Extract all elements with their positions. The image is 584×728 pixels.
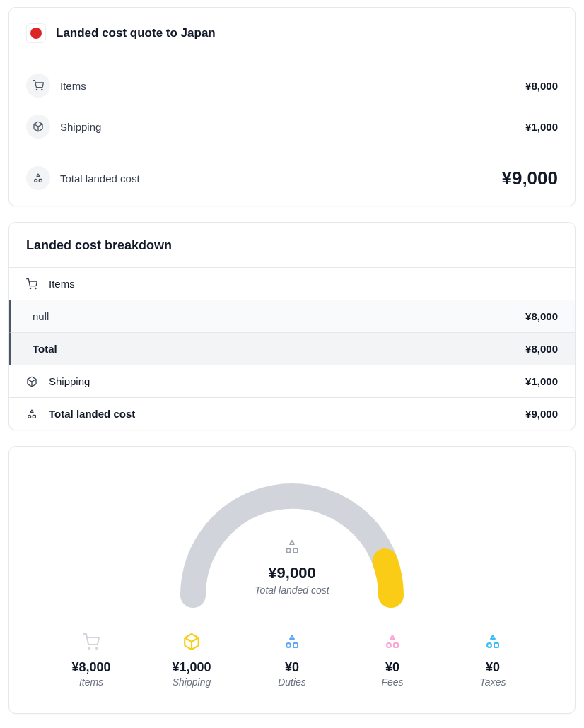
breakdown-title: Landed cost breakdown xyxy=(9,223,575,268)
quote-items-value: ¥8,000 xyxy=(525,80,558,92)
svg-rect-16 xyxy=(293,643,298,647)
box-icon xyxy=(182,632,201,652)
quote-header: Landed cost quote to Japan xyxy=(9,8,575,59)
stat-fees-value: ¥0 xyxy=(385,660,399,675)
stat-items: ¥8,000 Items xyxy=(57,632,125,688)
breakdown-item-value: ¥8,000 xyxy=(525,310,558,322)
svg-point-6 xyxy=(35,288,36,288)
gauge-stats: ¥8,000 Items ¥1,000 Shipping ¥0 Duties xyxy=(26,632,558,688)
svg-point-12 xyxy=(88,647,90,649)
quote-shipping-value: ¥1,000 xyxy=(525,121,558,133)
svg-point-1 xyxy=(42,89,42,90)
gauge-card: ¥9,000 Total landed cost ¥8,000 Items ¥1… xyxy=(8,446,576,714)
quote-total-label: Total landed cost xyxy=(60,172,501,184)
gauge-label: Total landed cost xyxy=(255,585,329,596)
shapes-icon xyxy=(484,632,501,652)
svg-rect-4 xyxy=(39,179,42,182)
japan-flag-icon xyxy=(26,23,46,43)
quote-items-label: Items xyxy=(60,80,525,92)
quote-title: Landed cost quote to Japan xyxy=(56,26,216,40)
svg-rect-11 xyxy=(293,548,298,553)
svg-rect-9 xyxy=(33,415,35,418)
stat-taxes-label: Taxes xyxy=(480,676,506,688)
svg-point-0 xyxy=(36,89,37,90)
stat-fees: ¥0 Fees xyxy=(358,632,426,688)
breakdown-total-label: Total landed cost xyxy=(49,408,525,420)
quote-total-value: ¥9,000 xyxy=(501,168,558,189)
breakdown-shipping-label: Shipping xyxy=(49,375,525,387)
svg-point-17 xyxy=(387,643,391,647)
gauge-amount: ¥9,000 xyxy=(268,564,315,582)
svg-point-8 xyxy=(28,415,31,418)
stat-duties: ¥0 Duties xyxy=(258,632,326,688)
cart-icon xyxy=(83,632,100,652)
box-icon xyxy=(26,376,43,387)
shapes-icon xyxy=(284,632,300,652)
stat-taxes: ¥0 Taxes xyxy=(459,632,527,688)
box-icon xyxy=(26,115,50,139)
breakdown-shipping-row: Shipping ¥1,000 xyxy=(9,365,575,398)
quote-summary: Items ¥8,000 Shipping ¥1,000 xyxy=(9,59,575,153)
quote-shipping-row: Shipping ¥1,000 xyxy=(9,106,575,147)
stat-shipping-value: ¥1,000 xyxy=(172,660,211,675)
breakdown-items-total-row: Total ¥8,000 xyxy=(9,333,575,365)
stat-duties-value: ¥0 xyxy=(285,660,299,675)
shapes-icon xyxy=(26,166,50,190)
stat-items-value: ¥8,000 xyxy=(71,660,110,675)
breakdown-card: Landed cost breakdown Items null ¥8,000 … xyxy=(8,222,576,430)
breakdown-total-row: Total landed cost ¥9,000 xyxy=(9,398,575,430)
svg-rect-18 xyxy=(394,643,398,647)
stat-shipping: ¥1,000 Shipping xyxy=(158,632,226,688)
svg-point-19 xyxy=(487,643,491,647)
stat-shipping-label: Shipping xyxy=(173,676,211,688)
quote-card: Landed cost quote to Japan Items ¥8,000 … xyxy=(8,7,576,206)
cart-icon xyxy=(26,278,43,290)
svg-point-3 xyxy=(35,179,37,182)
quote-total-row: Total landed cost ¥9,000 xyxy=(9,153,575,206)
svg-rect-20 xyxy=(494,643,498,647)
quote-shipping-label: Shipping xyxy=(60,121,525,133)
breakdown-items-total-value: ¥8,000 xyxy=(525,343,558,355)
breakdown-item-label: null xyxy=(33,310,525,322)
cart-icon xyxy=(26,74,50,98)
breakdown-shipping-value: ¥1,000 xyxy=(525,375,558,387)
stat-fees-label: Fees xyxy=(381,676,403,688)
breakdown-items-header[interactable]: Items xyxy=(9,268,575,300)
svg-point-13 xyxy=(96,647,98,649)
stat-taxes-value: ¥0 xyxy=(486,660,500,675)
breakdown-item-row: null ¥8,000 xyxy=(9,300,575,333)
svg-point-5 xyxy=(30,288,30,288)
stat-duties-label: Duties xyxy=(278,676,306,688)
quote-items-row: Items ¥8,000 xyxy=(9,65,575,106)
breakdown-items-total-label: Total xyxy=(33,343,525,355)
gauge-chart: ¥9,000 Total landed cost xyxy=(172,475,412,609)
breakdown-total-value: ¥9,000 xyxy=(525,408,558,420)
stat-items-label: Items xyxy=(79,676,103,688)
shapes-icon xyxy=(384,632,401,652)
svg-point-10 xyxy=(286,548,291,553)
svg-point-15 xyxy=(286,643,291,647)
gauge-wrap: ¥9,000 Total landed cost ¥8,000 Items ¥1… xyxy=(9,447,575,713)
breakdown-items-label: Items xyxy=(49,278,558,290)
shapes-icon xyxy=(26,409,43,420)
